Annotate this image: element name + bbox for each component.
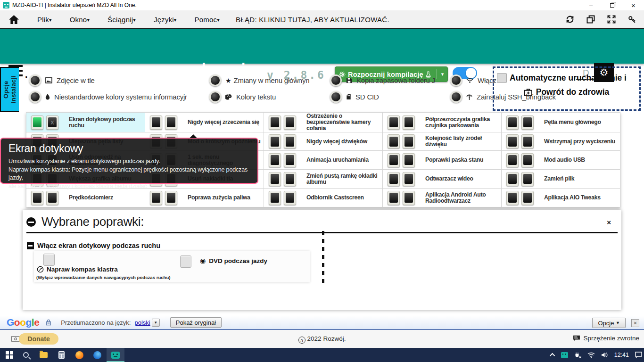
- tray-mzdaio-icon[interactable]: [561, 352, 568, 358]
- collapse-square-icon[interactable]: [27, 242, 34, 249]
- selected-fixes-close[interactable]: ×: [607, 218, 611, 226]
- tweak-checkbox-b[interactable]: [403, 115, 415, 130]
- selected-fix-item: Włącz ekran dotykowy podczas ruchu: [27, 242, 160, 249]
- radio-button[interactable]: [450, 91, 462, 103]
- tweak-checkbox-b[interactable]: [521, 172, 534, 186]
- tweak-checkbox-b[interactable]: [165, 115, 177, 130]
- tweak-checkbox-b[interactable]: [284, 172, 296, 186]
- taskbar-calculator-button[interactable]: [53, 348, 71, 362]
- taskbar-browser-button[interactable]: [89, 348, 107, 362]
- tweak-checkbox-a[interactable]: [269, 153, 281, 167]
- tweak-cell: Nigdy więcej zrzeczenia się: [145, 113, 264, 132]
- translate-close-button[interactable]: ×: [631, 319, 639, 327]
- tray-volume-icon[interactable]: [601, 352, 608, 358]
- menu-pomoc[interactable]: Pomoc▾: [195, 16, 220, 24]
- tweak-checkbox-b[interactable]: [403, 134, 415, 148]
- restore-button[interactable]: [602, 0, 623, 10]
- wifi-icon: [466, 78, 473, 83]
- compile-dropdown-caret[interactable]: ▾: [441, 71, 444, 77]
- tweak-checkbox-a[interactable]: [388, 191, 400, 205]
- menu-sciagnij[interactable]: Ściągnij▾: [107, 16, 136, 24]
- tweak-checkbox-a[interactable]: [150, 191, 162, 205]
- radio-button[interactable]: [209, 74, 221, 86]
- tweak-checkbox-b[interactable]: [403, 153, 415, 167]
- taskbar-mzdaio-button[interactable]: [107, 348, 124, 362]
- tweak-checkbox-b[interactable]: [521, 115, 534, 130]
- duplicate-window-button[interactable]: [586, 15, 595, 24]
- tweak-checkbox-a[interactable]: [506, 134, 519, 148]
- tweak-checkbox-b[interactable]: [521, 134, 534, 148]
- tweak-checkbox-a[interactable]: [31, 115, 43, 130]
- language-link[interactable]: polski: [134, 319, 150, 326]
- tweak-checkbox-a[interactable]: [388, 134, 400, 148]
- autorun-checkbox[interactable]: [497, 73, 507, 83]
- tweak-checkbox-b[interactable]: [521, 153, 534, 167]
- tweak-checkbox-a[interactable]: [31, 191, 43, 205]
- dvd-checkbox[interactable]: [180, 255, 191, 268]
- option-sd-cid[interactable]: SD CID: [330, 91, 379, 103]
- show-original-button[interactable]: Pokaż oryginał: [170, 317, 222, 328]
- radio-button[interactable]: [29, 91, 41, 103]
- key-button[interactable]: [627, 15, 636, 24]
- app-header: . mzd-aio v 2.8.6 Rozpocznij kompilację …: [0, 29, 644, 64]
- fullscreen-button[interactable]: [607, 15, 616, 24]
- taskbar-firefox-button[interactable]: [71, 348, 89, 362]
- translate-options-button[interactable]: Opcje ▼: [592, 318, 626, 328]
- radio-button[interactable]: [29, 74, 41, 86]
- tweak-checkbox-a[interactable]: [269, 134, 281, 148]
- collapse-icon[interactable]: [26, 217, 36, 227]
- tweak-checkbox-a[interactable]: [388, 153, 400, 167]
- tweak-checkbox-a[interactable]: [269, 115, 281, 130]
- tweak-checkbox-b[interactable]: [284, 134, 296, 148]
- option-text-colors[interactable]: Kolory tekstu: [209, 91, 276, 103]
- tweak-checkbox-b[interactable]: [403, 191, 415, 205]
- tweak-checkbox-a[interactable]: [150, 115, 162, 130]
- tweak-checkbox-a[interactable]: [269, 191, 281, 205]
- tweak-checkbox-b[interactable]: [284, 191, 296, 205]
- radio-button[interactable]: [450, 74, 462, 86]
- tweak-checkbox-a[interactable]: [269, 172, 281, 186]
- menu-plik[interactable]: Plik▾: [37, 16, 52, 24]
- minimize-button[interactable]: –: [580, 0, 602, 10]
- tweak-checkbox-a[interactable]: [506, 172, 519, 186]
- tweak-checkbox-b[interactable]: [403, 172, 415, 186]
- tray-chevron-icon[interactable]: [550, 353, 555, 358]
- option-main-menu-changes[interactable]: ★ Zmiany w menu głównyn: [209, 74, 309, 86]
- radio-button[interactable]: [330, 74, 342, 86]
- tweak-checkbox-b[interactable]: [521, 191, 534, 205]
- option-enable-wifi[interactable]: Włącz: [450, 74, 496, 86]
- taskbar-clock[interactable]: 12:41: [614, 352, 629, 358]
- home-icon: [8, 15, 19, 25]
- tray-ethernet-icon[interactable]: [574, 352, 581, 358]
- tray-wifi-icon[interactable]: [587, 352, 595, 358]
- radio-button[interactable]: [330, 91, 342, 103]
- tweak-checkbox-a[interactable]: [388, 115, 400, 130]
- option-custom-system-colors[interactable]: Niestandardowe kolory systemu informacyj…: [29, 91, 187, 103]
- fix-option-checkbox[interactable]: [43, 254, 55, 266]
- tweak-checkbox-a[interactable]: [388, 172, 400, 186]
- option-folder-backup[interactable]: Kopia zapasowa folderu J: [330, 74, 435, 86]
- start-button[interactable]: [6, 351, 13, 359]
- tweak-checkbox-b[interactable]: [165, 191, 177, 205]
- menu-okno[interactable]: Okno▾: [70, 16, 90, 24]
- language-dropdown[interactable]: ▼: [152, 319, 160, 327]
- refresh-button[interactable]: [565, 15, 575, 24]
- tweak-checkbox-b[interactable]: [46, 191, 58, 205]
- feedback-link[interactable]: Sprzężenie zwrotne: [573, 335, 639, 342]
- tweak-checkbox-b[interactable]: [284, 153, 296, 167]
- menu-jezyki[interactable]: Języki▾: [154, 16, 177, 24]
- option-background-image[interactable]: Zdjęcie w tle: [29, 74, 95, 86]
- update-error-link[interactable]: BŁĄD: KLIKNIJ TUTAJ, ABY AKTUALIZOWAĆ.: [236, 16, 389, 24]
- tray-action-center-icon[interactable]: [635, 352, 642, 358]
- radio-button[interactable]: [209, 91, 221, 103]
- tweak-checkbox-a[interactable]: [506, 153, 519, 167]
- tweak-checkbox-a[interactable]: [506, 115, 519, 130]
- tweak-checkbox-b[interactable]: [284, 115, 296, 130]
- taskbar-search-button[interactable]: [17, 348, 35, 362]
- home-button[interactable]: [8, 15, 19, 25]
- close-button[interactable]: ×: [623, 0, 644, 10]
- taskbar-explorer-button[interactable]: [35, 348, 53, 362]
- tab-install-options[interactable]: Opcje instalacji: [0, 67, 19, 112]
- tweak-checkbox-b[interactable]: X: [46, 115, 58, 130]
- tweak-checkbox-a[interactable]: [506, 191, 519, 205]
